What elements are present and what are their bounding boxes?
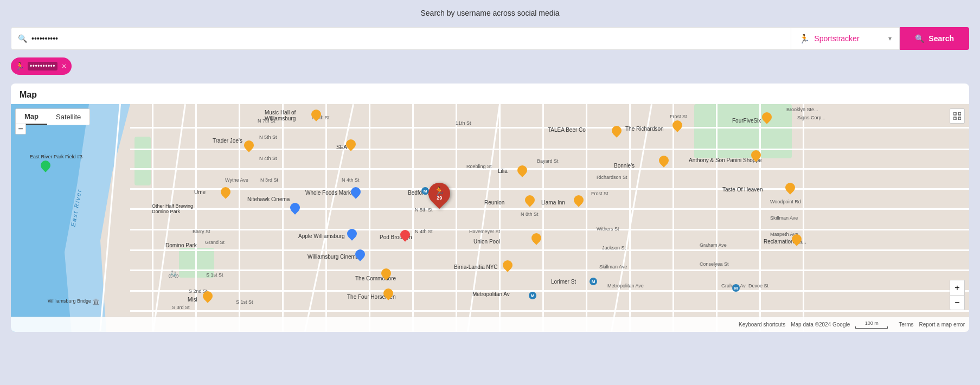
subway-metropolitan: M (529, 292, 536, 299)
street-h-5 (130, 208, 969, 210)
road-graham-ave: Graham Ave (700, 242, 727, 248)
platform-icon: 🏃 (799, 34, 810, 44)
map-section: Map (11, 84, 969, 332)
map-zoom-in-button[interactable]: + (950, 280, 965, 295)
road-metropolitan: Metropolitan Ave (607, 283, 644, 288)
map-zoom-controls: + − (950, 280, 965, 310)
terms-link[interactable]: Terms (899, 322, 913, 328)
street-v-3 (239, 104, 240, 332)
road-skillman-2: Skillman Ave (770, 215, 798, 221)
map-minus-small[interactable]: − (15, 124, 26, 134)
road-grand-st: Grand St (205, 240, 225, 245)
road-s1st-2: S 1st St (236, 299, 253, 305)
subway-graham: M (732, 284, 740, 292)
street-h-10 (130, 310, 969, 312)
road-n5th: N 5th St (259, 134, 277, 140)
svg-rect-1 (958, 112, 961, 115)
road-n4th-3: N 4th St (415, 229, 433, 234)
sportstracker-marker[interactable]: 🏃 29 (428, 183, 450, 204)
map-data-label: Map data ©2024 Google (791, 322, 850, 328)
road-havemeyer: Havemeyer St (469, 229, 500, 234)
map-tab-map[interactable]: Map (16, 109, 47, 125)
road-devoe-st: Devoe St (748, 283, 768, 288)
street-h-6 (130, 229, 969, 230)
subway-lorimer: M (590, 278, 597, 285)
tag-close-button[interactable]: × (62, 62, 66, 70)
map-background (11, 104, 969, 332)
street-h-3 (130, 168, 969, 170)
street-h-7 (130, 249, 969, 251)
street-v-4 (282, 104, 284, 332)
road-n8th: N 8th St (521, 211, 539, 217)
search-button-label: Search (928, 34, 954, 43)
road-wythe-ave: Wythe Ave (225, 177, 248, 183)
street-v-14 (716, 104, 718, 332)
page-header: Search by username across social media (0, 0, 980, 23)
road-brooklyn-st: Brooklyn Ste... (786, 107, 818, 112)
road-frost-st: Frost St (670, 114, 687, 119)
map-fullscreen-button[interactable] (950, 108, 965, 124)
park-area-1 (134, 137, 151, 185)
street-v-8 (456, 104, 457, 332)
marker-count: 29 (437, 196, 442, 201)
tag-container: 🏃 •••••••••• × (0, 54, 980, 80)
street-v-6 (369, 104, 370, 332)
report-error-link[interactable]: Report a map error (919, 322, 965, 328)
street-h-2 (130, 149, 969, 150)
street-v-10 (542, 104, 544, 332)
map-zoom-out-button[interactable]: − (950, 295, 965, 310)
map-view-tabs: Map Satellite (15, 108, 90, 125)
road-frost-st-2: Frost St (591, 191, 609, 196)
scale-label: 100 m (865, 320, 879, 326)
street-v-11 (586, 104, 587, 332)
search-input-wrapper: 🔍 (11, 27, 791, 50)
road-11th-st: 11th St (456, 120, 471, 126)
road-roebling: Roebling St (466, 164, 492, 169)
street-v-9 (499, 104, 501, 332)
road-woodpoint: Woodpoint Rd (770, 199, 801, 204)
poi-cycling: 🚲 (168, 268, 179, 278)
road-barry-st: Barry St (193, 229, 210, 234)
svg-rect-0 (953, 112, 956, 115)
scale-line (855, 326, 888, 329)
svg-rect-2 (953, 117, 956, 120)
poi-bridge-icon: 🏛️ (92, 298, 100, 305)
road-s1st: S 1st St (206, 272, 223, 278)
road-conselyea: Conselyea St (700, 261, 729, 267)
road-n4th: N 4th St (259, 156, 277, 161)
road-s3rd: S 3rd St (172, 305, 190, 310)
road-jackson-st: Jackson St (602, 245, 626, 251)
map-tab-satellite[interactable]: Satellite (47, 109, 89, 125)
search-icon-left: 🔍 (18, 34, 27, 43)
street-v-16 (803, 104, 804, 332)
road-n3rd: N 3rd St (260, 177, 278, 183)
street-v-5 (325, 104, 327, 332)
platform-dropdown[interactable]: 🏃 Sportstracker ▾ (791, 27, 900, 50)
map-container[interactable]: Music Hall ofWilliamsburg Trader Joe's E… (11, 104, 969, 332)
road-bayard-st: Bayard St (537, 158, 559, 164)
street-h-8 (130, 270, 969, 271)
street-v-7 (412, 104, 414, 332)
search-button-icon: 🔍 (915, 34, 924, 43)
keyboard-shortcuts-link[interactable]: Keyboard shortcuts (739, 322, 785, 328)
map-scale-bar: 100 m (855, 320, 888, 329)
road-n4th-2: N 4th St (342, 177, 360, 183)
page-title: Search by username across social media (420, 9, 559, 17)
search-tag: 🏃 •••••••••• × (11, 57, 72, 75)
road-signs-corp: Signs Corp... (797, 115, 825, 120)
street-h-9 (130, 290, 969, 292)
dropdown-arrow-icon: ▾ (888, 35, 892, 42)
road-richardson-st: Richardson St (597, 175, 627, 180)
road-withers-st: Withers St (597, 226, 619, 232)
search-bar-container: 🔍 🏃 Sportstracker ▾ 🔍 Search (0, 23, 980, 54)
tag-text: •••••••••• (28, 62, 57, 70)
search-input[interactable] (31, 34, 784, 43)
street-v-2 (195, 104, 197, 332)
road-n5th-3: N 5th St (415, 207, 433, 213)
road-n7th: N 7th St (258, 118, 276, 124)
park-area-2 (694, 104, 792, 158)
map-attribution-bar: Keyboard shortcuts Map data ©2024 Google… (11, 317, 969, 332)
tag-icon: 🏃 (15, 62, 24, 70)
search-button[interactable]: 🔍 Search (900, 27, 969, 50)
street-h-1 (130, 127, 969, 129)
